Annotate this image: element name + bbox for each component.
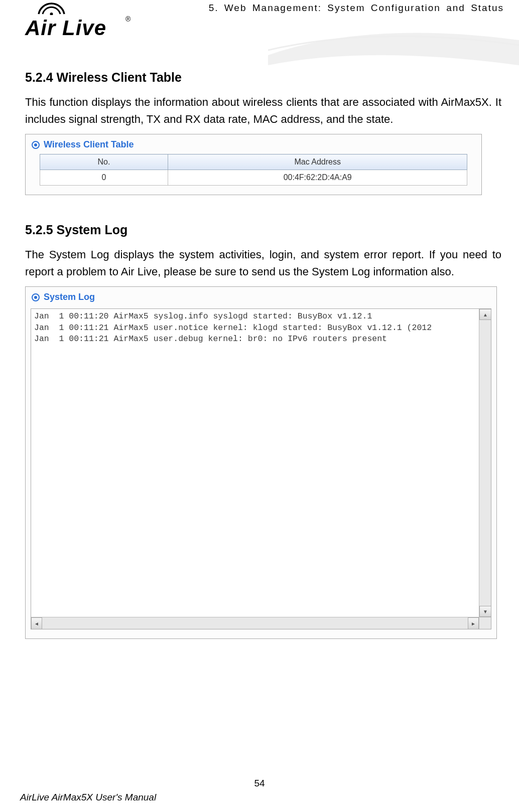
radio-selected-icon [32,141,40,149]
cell-mac: 00:4F:62:2D:4A:A9 [168,170,467,186]
logo-text: Air Live [25,16,106,40]
page-content: 5.2.4 Wireless Client Table This functio… [0,50,519,639]
scroll-left-icon[interactable]: ◄ [31,617,42,629]
manual-title: AirLive AirMax5X User's Manual [20,792,499,803]
col-mac: Mac Address [168,154,467,170]
panel-title-log: System Log [44,292,95,302]
log-content: Jan 1 00:11:20 AirMax5 syslog.info syslo… [34,311,477,615]
scroll-corner [479,617,491,629]
page-footer: 54 AirLive AirMax5X User's Manual [0,778,519,803]
para-wct: This function displays the information a… [25,94,501,128]
panel-wireless-client-table: Wireless Client Table No. Mac Address 0 … [25,134,482,195]
wireless-arc-icon [38,0,65,15]
table-header-row: No. Mac Address [40,154,467,170]
panel-system-log: System Log Jan 1 00:11:20 AirMax5 syslog… [25,286,497,639]
page-number: 54 [20,778,499,789]
horizontal-scrollbar[interactable]: ◄ ► [31,617,479,629]
heading-wireless-client-table: 5.2.4 Wireless Client Table [25,70,501,85]
cell-no: 0 [40,170,168,186]
log-textarea[interactable]: Jan 1 00:11:20 AirMax5 syslog.info syslo… [31,308,491,629]
col-no: No. [40,154,168,170]
chapter-title: 5. Web Management: System Configuration … [209,3,504,14]
scroll-right-icon[interactable]: ► [468,617,479,629]
page-header: 5. Web Management: System Configuration … [0,0,519,50]
registered-symbol: ® [125,15,131,23]
scroll-down-icon[interactable]: ▼ [479,606,491,617]
vertical-scrollbar[interactable]: ▲ ▼ [479,309,491,617]
scroll-up-icon[interactable]: ▲ [479,309,491,320]
heading-system-log: 5.2.5 System Log [25,223,501,237]
panel-header-row-log: System Log [31,290,491,306]
brand-logo: Air Live ® [15,0,146,40]
panel-title-wct: Wireless Client Table [44,139,134,150]
table-row: 0 00:4F:62:2D:4A:A9 [40,170,467,186]
panel-header-row: Wireless Client Table [31,137,476,154]
radio-selected-icon [32,293,40,301]
client-table: No. Mac Address 0 00:4F:62:2D:4A:A9 [40,154,467,186]
para-syslog: The System Log displays the system activ… [25,246,501,280]
